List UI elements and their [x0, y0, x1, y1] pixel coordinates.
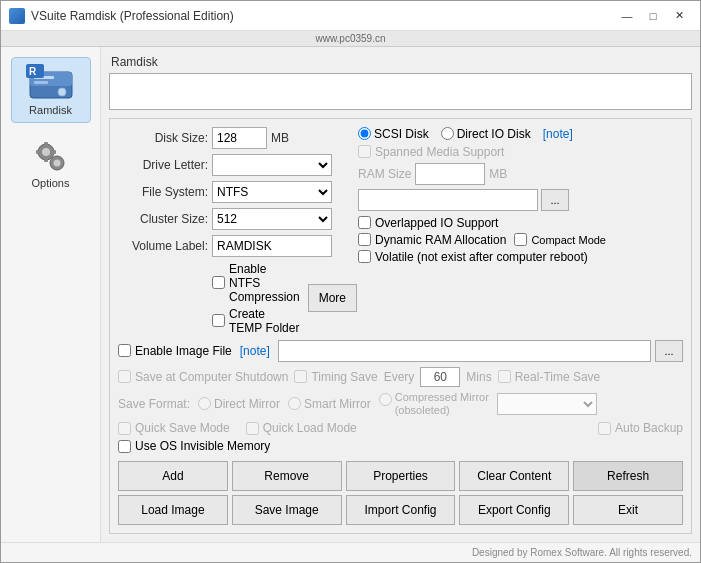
compact-mode-checkbox[interactable] [514, 233, 527, 246]
save-image-button[interactable]: Save Image [232, 495, 342, 525]
clear-content-button[interactable]: Clear Content [459, 461, 569, 491]
enable-ntfs-checkbox[interactable] [212, 276, 225, 289]
svg-text:R: R [29, 66, 37, 77]
use-os-invisible-label[interactable]: Use OS Invisible Memory [118, 439, 683, 453]
volatile-label[interactable]: Volatile (not exist after computer reboo… [358, 250, 683, 264]
spanned-media-checkbox[interactable] [358, 145, 371, 158]
sidebar: R Ramdisk Options [1, 47, 101, 542]
minimize-button[interactable]: — [614, 6, 640, 26]
timing-save-label[interactable]: Timing Save [294, 370, 377, 384]
disk-size-input[interactable] [212, 127, 267, 149]
more-button[interactable]: More [308, 284, 357, 312]
sidebar-ramdisk-label: Ramdisk [29, 104, 72, 116]
compact-mode-label[interactable]: Compact Mode [514, 233, 606, 246]
compressed-mirror-radio[interactable] [379, 393, 392, 406]
overlapped-io-checkbox[interactable] [358, 216, 371, 229]
sidebar-item-ramdisk[interactable]: R Ramdisk [11, 57, 91, 123]
direct-mirror-label[interactable]: Direct Mirror [198, 397, 280, 411]
real-time-save-checkbox[interactable] [498, 370, 511, 383]
smart-mirror-label[interactable]: Smart Mirror [288, 397, 371, 411]
left-config-col: Disk Size: MB Drive Letter: File System: [118, 127, 348, 340]
quick-load-label[interactable]: Quick Load Mode [246, 421, 357, 435]
quick-save-label[interactable]: Quick Save Mode [118, 421, 230, 435]
path-input-row: ... [358, 189, 683, 211]
close-button[interactable]: ✕ [666, 6, 692, 26]
app-icon [9, 8, 25, 24]
file-system-select[interactable]: NTFS FAT32 FAT [212, 181, 332, 203]
properties-button[interactable]: Properties [346, 461, 456, 491]
footer-text: Designed by Romex Software. All rights r… [472, 547, 692, 558]
enable-image-checkbox[interactable] [118, 344, 131, 357]
smart-mirror-radio[interactable] [288, 397, 301, 410]
log-area[interactable] [109, 73, 692, 110]
create-temp-checkbox[interactable] [212, 314, 225, 327]
image-browse-button[interactable]: ... [655, 340, 683, 362]
main-window: VSuite Ramdisk (Professional Edition) — … [0, 0, 701, 563]
svg-point-2 [58, 88, 66, 96]
content-area: R Ramdisk Options [1, 47, 700, 542]
volume-label-input[interactable] [212, 235, 332, 257]
save-shutdown-checkbox[interactable] [118, 370, 131, 383]
enable-image-label[interactable]: Enable Image File [118, 344, 232, 358]
direct-io-radio[interactable] [441, 127, 454, 140]
compressed-mirror-text: Compressed Mirror(obsoleted) [395, 391, 489, 417]
create-temp-label[interactable]: Create TEMP Folder [212, 307, 300, 335]
image-path-input[interactable] [278, 340, 651, 362]
quick-load-checkbox[interactable] [246, 422, 259, 435]
dynamic-ram-label[interactable]: Dynamic RAM Allocation [358, 233, 506, 247]
svg-rect-13 [36, 150, 39, 154]
import-config-button[interactable]: Import Config [346, 495, 456, 525]
compact-mode-text: Compact Mode [531, 234, 606, 246]
options-icon [33, 139, 69, 175]
export-config-button[interactable]: Export Config [459, 495, 569, 525]
drive-letter-row: Drive Letter: [118, 154, 348, 176]
use-os-invisible-checkbox[interactable] [118, 440, 131, 453]
direct-mirror-radio[interactable] [198, 397, 211, 410]
scsi-disk-label[interactable]: SCSI Disk [358, 127, 429, 141]
compressed-mirror-label[interactable]: Compressed Mirror(obsoleted) [379, 391, 489, 417]
volatile-checkbox[interactable] [358, 250, 371, 263]
mins-label: Mins [466, 370, 491, 384]
create-temp-text: Create TEMP Folder [229, 307, 300, 335]
drive-letter-label: Drive Letter: [118, 158, 208, 172]
volatile-text: Volatile (not exist after computer reboo… [375, 250, 588, 264]
drive-letter-select[interactable] [212, 154, 332, 176]
quick-save-checkbox[interactable] [118, 422, 131, 435]
cluster-size-row: Cluster Size: 512 1024 2048 4096 [118, 208, 348, 230]
ram-size-input[interactable] [415, 163, 485, 185]
button-row-1: Add Remove Properties Clear Content Refr… [118, 461, 683, 491]
direct-io-label[interactable]: Direct IO Disk [441, 127, 531, 141]
save-shutdown-label[interactable]: Save at Computer Shutdown [118, 370, 288, 384]
quick-load-text: Quick Load Mode [263, 421, 357, 435]
mins-input[interactable] [420, 367, 460, 387]
config-panel: Disk Size: MB Drive Letter: File System: [109, 118, 692, 534]
timing-save-checkbox[interactable] [294, 370, 307, 383]
section-label: Ramdisk [109, 55, 692, 69]
exit-button[interactable]: Exit [573, 495, 683, 525]
path-input[interactable] [358, 189, 538, 211]
maximize-button[interactable]: □ [640, 6, 666, 26]
sidebar-item-options[interactable]: Options [11, 133, 91, 195]
cluster-size-select[interactable]: 512 1024 2048 4096 [212, 208, 332, 230]
image-note-link[interactable]: [note] [240, 344, 270, 358]
dynamic-ram-checkbox[interactable] [358, 233, 371, 246]
load-image-button[interactable]: Load Image [118, 495, 228, 525]
real-time-save-label[interactable]: Real-Time Save [498, 370, 601, 384]
spanned-media-label[interactable]: Spanned Media Support [358, 145, 683, 159]
direct-io-text: Direct IO Disk [457, 127, 531, 141]
svg-rect-4 [34, 81, 48, 84]
quick-options-row: Quick Save Mode Quick Load Mode Auto Bac… [118, 421, 683, 435]
scsi-disk-radio[interactable] [358, 127, 371, 140]
browse-button-top[interactable]: ... [541, 189, 569, 211]
disk-type-note-link[interactable]: [note] [543, 127, 573, 141]
disk-size-label: Disk Size: [118, 131, 208, 145]
refresh-button[interactable]: Refresh [573, 461, 683, 491]
save-format-dropdown[interactable] [497, 393, 597, 415]
timing-save-text: Timing Save [311, 370, 377, 384]
add-button[interactable]: Add [118, 461, 228, 491]
remove-button[interactable]: Remove [232, 461, 342, 491]
overlapped-io-label[interactable]: Overlapped IO Support [358, 216, 683, 230]
auto-backup-label[interactable]: Auto Backup [598, 421, 683, 435]
auto-backup-checkbox[interactable] [598, 422, 611, 435]
enable-ntfs-label[interactable]: Enable NTFS Compression [212, 262, 300, 304]
